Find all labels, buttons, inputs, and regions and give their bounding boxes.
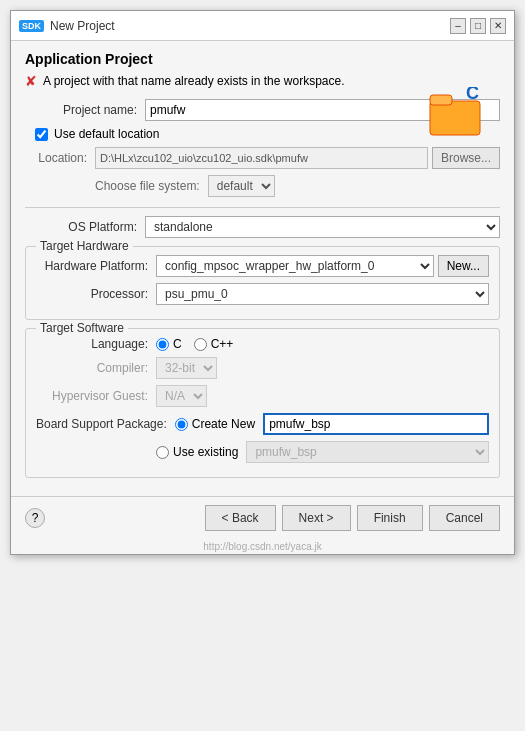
bsp-use-existing-radio[interactable] [156, 446, 169, 459]
use-default-location-checkbox[interactable] [35, 128, 48, 141]
watermark: http://blog.csdn.net/yaca.jk [11, 539, 514, 554]
language-cpp-radio[interactable] [194, 338, 207, 351]
language-cpp-option: C++ [194, 337, 234, 351]
browse-button[interactable]: Browse... [432, 147, 500, 169]
svg-rect-0 [430, 101, 480, 135]
hypervisor-select[interactable]: N/A [156, 385, 207, 407]
os-platform-row: OS Platform: standalone [25, 216, 500, 238]
page-title: Application Project [25, 51, 420, 67]
hw-new-button[interactable]: New... [438, 255, 489, 277]
wizard-icon: C [428, 87, 486, 142]
target-hardware-group: Target Hardware Hardware Platform: confi… [25, 246, 500, 320]
bsp-label: Board Support Package: [36, 417, 175, 431]
hw-platform-label: Hardware Platform: [36, 259, 156, 273]
filesystem-row: Choose file system: default [25, 175, 500, 197]
bsp-create-new-radio[interactable] [175, 418, 188, 431]
os-platform-label: OS Platform: [25, 220, 145, 234]
language-c-radio[interactable] [156, 338, 169, 351]
language-c-label[interactable]: C [173, 337, 182, 351]
hardware-platform-row: Hardware Platform: config_mpsoc_wrapper_… [36, 255, 489, 277]
footer-buttons: < Back Next > Finish Cancel [205, 505, 500, 531]
processor-select[interactable]: psu_pmu_0 [156, 283, 489, 305]
project-name-label: Project name: [25, 103, 145, 117]
error-icon: ✘ [25, 73, 37, 89]
help-button[interactable]: ? [25, 508, 45, 528]
hypervisor-row: Hypervisor Guest: N/A [36, 385, 489, 407]
use-default-location-label[interactable]: Use default location [54, 127, 159, 141]
language-radio-group: C C++ [156, 337, 233, 351]
finish-button[interactable]: Finish [357, 505, 423, 531]
location-row: Location: Browse... [25, 147, 500, 169]
header-area: Application Project ✘ A project with tha… [25, 51, 500, 89]
back-button[interactable]: < Back [205, 505, 276, 531]
hw-platform-select[interactable]: config_mpsoc_wrapper_hw_platform_0 [156, 255, 434, 277]
title-controls: – □ ✕ [450, 18, 506, 34]
dialog-title: New Project [50, 19, 115, 33]
svg-text:C: C [466, 87, 479, 103]
language-cpp-label[interactable]: C++ [211, 337, 234, 351]
sdk-badge: SDK [19, 20, 44, 32]
location-label: Location: [25, 151, 95, 165]
filesystem-label: Choose file system: [95, 179, 200, 193]
bsp-existing-select[interactable]: pmufw_bsp [246, 441, 489, 463]
error-message: A project with that name already exists … [43, 74, 344, 88]
next-button[interactable]: Next > [282, 505, 351, 531]
bsp-use-existing-label[interactable]: Use existing [173, 445, 238, 459]
minimize-button[interactable]: – [450, 18, 466, 34]
title-bar-left: SDK New Project [19, 19, 115, 33]
error-row: ✘ A project with that name already exist… [25, 73, 420, 89]
compiler-row: Compiler: 32-bit [36, 357, 489, 379]
folder-svg: C [428, 87, 486, 139]
target-hardware-title: Target Hardware [36, 239, 133, 253]
language-label: Language: [36, 337, 156, 351]
processor-label: Processor: [36, 287, 156, 301]
language-row: Language: C C++ [36, 337, 489, 351]
divider-1 [25, 207, 500, 208]
title-bar: SDK New Project – □ ✕ [11, 11, 514, 41]
language-c-option: C [156, 337, 182, 351]
restore-button[interactable]: □ [470, 18, 486, 34]
bsp-use-existing-option: Use existing [156, 445, 238, 459]
bsp-existing-row: Use existing pmufw_bsp [36, 441, 489, 463]
bsp-create-new-label[interactable]: Create New [192, 417, 255, 431]
svg-rect-1 [430, 95, 452, 105]
processor-row: Processor: psu_pmu_0 [36, 283, 489, 305]
dialog-content: Application Project ✘ A project with tha… [11, 41, 514, 496]
hypervisor-label: Hypervisor Guest: [36, 389, 156, 403]
os-platform-select[interactable]: standalone [145, 216, 500, 238]
compiler-select[interactable]: 32-bit [156, 357, 217, 379]
close-button[interactable]: ✕ [490, 18, 506, 34]
filesystem-select[interactable]: default [208, 175, 275, 197]
target-software-group: Target Software Language: C C++ [25, 328, 500, 478]
location-input[interactable] [95, 147, 428, 169]
compiler-label: Compiler: [36, 361, 156, 375]
cancel-button[interactable]: Cancel [429, 505, 500, 531]
dialog-footer: ? < Back Next > Finish Cancel [11, 496, 514, 539]
target-software-title: Target Software [36, 321, 128, 335]
bsp-create-new-option: Create New [175, 417, 255, 431]
new-project-dialog: SDK New Project – □ ✕ Application Projec… [10, 10, 515, 555]
bsp-create-row: Board Support Package: Create New [36, 413, 489, 435]
bsp-create-new-input[interactable] [263, 413, 489, 435]
